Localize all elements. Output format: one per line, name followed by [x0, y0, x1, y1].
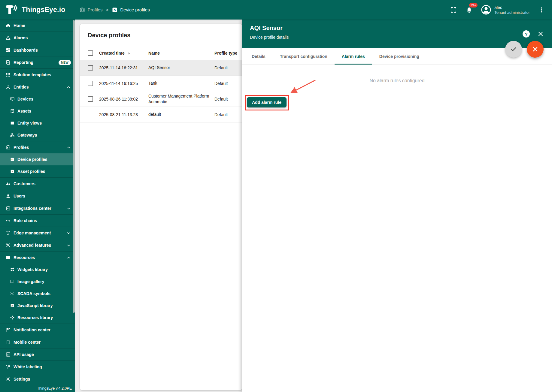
notifications-bell-icon[interactable]: 99+ [465, 6, 473, 14]
sidebar-item-advanced-features[interactable]: Advanced features [0, 239, 75, 251]
breadcrumb-profiles[interactable]: Profiles [79, 7, 103, 13]
empty-state-text: No alarm rules configured [242, 78, 552, 83]
sidebar-item-mobile-center[interactable]: Mobile center [0, 336, 75, 348]
alarm-rules-tab-content: No alarm rules configured Add alarm rule [242, 65, 552, 392]
cell-profile-type: Default [214, 97, 242, 101]
table-row[interactable]: 2025-11-14 16:22:31AQI SensorDefault [80, 60, 242, 76]
sidebar-item-devices[interactable]: Devices [0, 93, 75, 105]
assets-icon [10, 109, 15, 113]
sidebar-item-reporting[interactable]: ReportingNEW [0, 56, 75, 68]
select-all-checkbox[interactable] [88, 50, 93, 56]
sidebar-item-resources-library[interactable]: Resources library [0, 312, 75, 324]
sidebar-item-label: Dashboards [14, 48, 38, 53]
panel-title: AQI Sensor [250, 25, 544, 32]
sidebar-item-label: JavaScript library [17, 303, 53, 308]
sidebar-item-api-usage[interactable]: API usage [0, 348, 75, 360]
sidebar-item-settings[interactable]: Settings [0, 373, 75, 385]
sidebar-item-label: Alarms [14, 35, 28, 40]
resources-library-icon [10, 315, 15, 320]
sidebar-item-profiles[interactable]: Profiles [0, 141, 75, 153]
chevron-up-icon [66, 255, 71, 260]
sidebar-item-notification-center[interactable]: Notification center [0, 324, 75, 336]
sidebar-item-dashboards[interactable]: Dashboards [0, 44, 75, 56]
chevron-up-icon [66, 145, 71, 150]
apply-changes-fab[interactable] [505, 41, 522, 58]
app-logo[interactable]: ThingsEye.io [5, 4, 65, 16]
column-header-profile-type[interactable]: Profile type [214, 51, 242, 56]
sidebar-item-users[interactable]: Users [0, 190, 75, 202]
sidebar-item-integrations-center[interactable]: Integrations center [0, 202, 75, 214]
sidebar-item-label: Widgets library [17, 267, 48, 272]
sidebar-item-label: Gateways [17, 133, 37, 137]
widgets-icon [10, 267, 15, 272]
sidebar-item-label: Customers [14, 181, 35, 186]
tab-details[interactable]: Details [244, 48, 273, 65]
table-row[interactable]: 2025-08-26 11:38:02Customer Management P… [80, 91, 242, 107]
tab-alarm-rules[interactable]: Alarm rules [335, 48, 372, 65]
notifications-count-badge: 99+ [469, 3, 478, 8]
sidebar-item-label: Resources library [17, 315, 53, 320]
page-title: Device profiles [88, 32, 130, 39]
tab-transport-configuration[interactable]: Transport configuration [273, 48, 335, 65]
logo-text: ThingsEye.io [22, 6, 65, 14]
sidebar-item-gateways[interactable]: Gateways [0, 129, 75, 141]
sidebar-item-label: Reporting [14, 60, 33, 65]
panel-subtitle: Device profile details [250, 35, 544, 40]
topbar-actions: 99+ alec Tenant administrator [450, 5, 545, 15]
sidebar-item-javascript-library[interactable]: JSJavaScript library [0, 300, 75, 312]
tab-device-provisioning[interactable]: Device provisioning [372, 48, 426, 65]
sidebar-item-label: Integrations center [14, 206, 51, 211]
fullscreen-icon[interactable] [450, 6, 457, 14]
app-screen: ThingsEye.io Profiles > [0, 0, 552, 392]
user-name: alec [494, 5, 530, 10]
table-row[interactable]: 2025-11-14 16:16:25TankDefault [80, 76, 242, 91]
sidebar-item-device-profiles[interactable]: DDevice profiles [0, 153, 75, 165]
sidebar-item-white-labeling[interactable]: White labeling [0, 361, 75, 373]
sidebar-item-label: Solution templates [14, 72, 51, 77]
cell-name: Customer Management Platform Automatic [148, 93, 214, 105]
sidebar-scrollbar[interactable] [73, 20, 75, 313]
sidebar-item-assets[interactable]: Assets [0, 105, 75, 117]
cell-created-time: 2025-08-26 11:38:02 [99, 97, 148, 101]
column-header-created-time[interactable]: Created time [99, 51, 148, 56]
row-checkbox[interactable] [88, 96, 93, 102]
sidebar-item-resources[interactable]: Resources [0, 252, 75, 264]
sidebar-item-customers[interactable]: Customers [0, 178, 75, 190]
sidebar-item-rule-chains[interactable]: Rule chains [0, 215, 75, 227]
sidebar-nav: HomeAlarmsDashboardsReportingNEWSolution… [0, 20, 75, 385]
checkbox-cell [80, 96, 99, 102]
new-badge: NEW [59, 60, 71, 65]
close-panel-icon[interactable] [537, 30, 544, 38]
kebab-menu-icon[interactable] [538, 6, 545, 14]
column-header-name[interactable]: Name [148, 50, 214, 56]
table-row[interactable]: 2025-08-21 11:13:23defaultDefault [80, 107, 242, 122]
advanced-icon [5, 243, 11, 248]
sidebar-item-entities[interactable]: Entities [0, 81, 75, 93]
sidebar-item-asset-profiles[interactable]: AAsset profiles [0, 165, 75, 177]
row-checkbox[interactable] [88, 81, 93, 86]
sidebar: HomeAlarmsDashboardsReportingNEWSolution… [0, 20, 75, 392]
sidebar-item-widgets-library[interactable]: Widgets library [0, 264, 75, 276]
sidebar-item-scada-symbols[interactable]: SCADA symbols [0, 288, 75, 300]
api-usage-icon [5, 352, 11, 357]
sidebar-item-label: Device profiles [17, 157, 47, 162]
add-alarm-rule-button[interactable]: Add alarm rule [247, 97, 287, 107]
cancel-changes-fab[interactable] [527, 41, 544, 58]
cell-profile-type: Default [214, 81, 242, 86]
sidebar-item-image-gallery[interactable]: Image gallery [0, 276, 75, 288]
breadcrumb-device-profiles[interactable]: D Device profiles [112, 7, 150, 13]
close-icon [531, 45, 539, 53]
row-checkbox[interactable] [88, 65, 93, 71]
user-menu[interactable]: alec Tenant administrator [481, 5, 530, 15]
svg-text:A: A [11, 170, 13, 173]
sidebar-item-alarms[interactable]: Alarms [0, 32, 75, 44]
sidebar-item-home[interactable]: Home [0, 20, 75, 32]
customers-icon [5, 181, 11, 186]
devices-icon [10, 97, 15, 101]
sidebar-item-edge-management[interactable]: Edge management [0, 227, 75, 239]
scada-icon [10, 291, 15, 296]
asset-profile-icon: A [10, 169, 15, 174]
sidebar-item-solution-templates[interactable]: Solution templates [0, 69, 75, 81]
sidebar-item-entity-views[interactable]: Entity views [0, 117, 75, 129]
help-icon[interactable]: ? [523, 30, 530, 38]
